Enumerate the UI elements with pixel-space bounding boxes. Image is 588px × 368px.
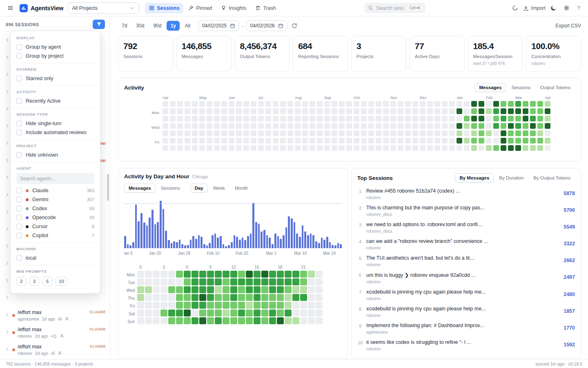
metric-tab-sessions[interactable]: Sessions (156, 184, 185, 193)
checkbox[interactable] (16, 53, 22, 59)
top-session-row[interactable]: 1Review #455 roborev 51b2a74 (codex) ...… (357, 186, 575, 202)
heatmap-cell (310, 138, 315, 144)
filter-option-group-by-agent[interactable]: Group by agent (16, 43, 94, 52)
checkbox[interactable] (16, 255, 22, 261)
nav-tab-insights[interactable]: Insights (217, 3, 250, 13)
top-session-row[interactable]: 4can we add a "roborev review branch" co… (357, 236, 575, 253)
checkbox[interactable] (16, 121, 22, 126)
heatmap-cell (243, 130, 249, 136)
top-sessions-tab-by-duration[interactable]: By Duration (494, 173, 528, 182)
heatmap-cell (405, 108, 411, 114)
filter-option-group-by-project[interactable]: Group by project (16, 52, 94, 61)
range-1y[interactable]: 1y (167, 21, 179, 31)
agent-filter-opencode[interactable]: Opencode28 (16, 213, 94, 222)
nav-tab-sessions[interactable]: Sessions (145, 3, 183, 13)
top-session-rank: 5 (357, 255, 363, 261)
app-logo: AgentsView (20, 4, 63, 12)
filter-option-recently-active[interactable]: Recently Active (16, 96, 94, 105)
checkbox[interactable] (16, 188, 22, 193)
chevron-right-icon (5, 192, 10, 198)
help-button[interactable]: ? (574, 5, 583, 11)
top-session-row[interactable]: 3we need to add options to .roborev.toml… (357, 219, 575, 236)
activity-tab-sessions[interactable]: Sessions (507, 83, 535, 92)
heatmap-cell (153, 286, 160, 293)
top-session-row[interactable]: 10it seems like codex is struggling to r… (357, 337, 575, 354)
hamburger-menu-button[interactable] (5, 3, 16, 13)
nav-tab-trash[interactable]: Trash (251, 3, 280, 13)
filter-option-local[interactable]: local (16, 254, 94, 263)
agent-filter-codex[interactable]: Codex59 (16, 204, 94, 213)
import-button[interactable]: Import (523, 5, 546, 11)
top-sessions-tab-by-messages[interactable]: By Messages (455, 173, 494, 182)
activity-tab-messages[interactable]: Messages (474, 83, 506, 92)
filter-option-hide-unknown[interactable]: Hide unknown (16, 150, 94, 159)
range-90d[interactable]: 90d (149, 21, 165, 31)
export-csv-button[interactable]: Export CSV (555, 23, 581, 29)
granularity-tab-month[interactable]: Month (230, 184, 252, 193)
range-all[interactable]: All (181, 21, 194, 31)
min-prompts-5[interactable]: 5 (42, 277, 52, 286)
filter-option-include-automated-reviews[interactable]: Include automated reviews (16, 128, 94, 137)
heatmap-cell (285, 310, 292, 316)
search-input[interactable]: Search sessions... Ctrl+K (364, 3, 425, 13)
checkbox[interactable] (16, 76, 22, 81)
hour-axis-label: 15 (254, 265, 259, 269)
agent-filter-cursor[interactable]: Cursor8 (16, 222, 94, 231)
range-7d[interactable]: 7d (118, 21, 131, 31)
session-list-item[interactable]: /effort maxroborev2d ago•5CLAUDE (0, 341, 110, 358)
date-from-input[interactable]: 04/02/2025 (198, 20, 239, 31)
min-prompts-10[interactable]: 10 (56, 277, 67, 286)
heatmap-cell (221, 101, 227, 107)
agent-filter-copilot[interactable]: Copilot7 (16, 231, 94, 240)
agent-search-input[interactable] (16, 173, 94, 184)
heatmap-cell (501, 108, 506, 114)
heatmap-cell (261, 294, 268, 301)
settings-button[interactable] (561, 3, 572, 13)
project-selector[interactable]: All Projects (67, 2, 139, 14)
min-prompts-3[interactable]: 3 (29, 277, 39, 286)
sync-status-button[interactable] (510, 3, 521, 13)
checkbox[interactable] (16, 215, 22, 220)
top-session-row[interactable]: 5The TUI aesthetics aren't bad, but let'… (357, 253, 575, 269)
sidebar-scrollbar[interactable] (107, 174, 109, 201)
session-list-item[interactable]: /effort maxroborev2d ago•11CLAUDE (0, 324, 110, 341)
checkbox[interactable] (16, 130, 22, 135)
session-project: roborev (18, 351, 32, 356)
granularity-tab-week[interactable]: Week (209, 184, 229, 193)
top-session-title: xcodebuild is pinning my cpu again pleas… (366, 289, 560, 295)
top-sessions-tab-by-output-tokens[interactable]: By Output Tokens (529, 173, 575, 182)
nav-tab-pinned[interactable]: Pinned (184, 3, 216, 13)
dark-mode-toggle[interactable] (548, 3, 559, 13)
agent-filter-claude[interactable]: Claude383 (16, 186, 94, 195)
top-session-row[interactable]: 8xcodebuild is pinning my cpu again plea… (357, 303, 575, 320)
heatmap-cell (199, 294, 206, 301)
filter-option-hide-single-turn[interactable]: Hide single-turn (16, 119, 94, 128)
top-session-row[interactable]: 7xcodebuild is pinning my cpu again plea… (357, 287, 575, 303)
insights-icon (221, 5, 226, 11)
min-prompts-2[interactable]: 2 (16, 277, 26, 286)
activity-tab-output-tokens[interactable]: Output Tokens (536, 83, 575, 92)
checkbox[interactable] (16, 224, 22, 229)
checkbox[interactable] (16, 233, 22, 238)
agent-filter-gemini[interactable]: Gemini307 (16, 195, 94, 204)
heatmap-cell (332, 145, 337, 151)
top-session-row[interactable]: 2This is charming but the main purpose o… (357, 202, 575, 219)
checkbox[interactable] (16, 206, 22, 211)
session-list-item[interactable]: /effort maxagentsview1d ago•5CLAUDE (0, 307, 110, 324)
top-session-row[interactable]: 9Implement the following plan: # Dashboa… (357, 320, 575, 337)
filter-option-starred-only[interactable]: Starred only (16, 74, 94, 83)
date-to-input[interactable]: 04/02/2026 (246, 20, 287, 31)
granularity-tab-day[interactable]: Day (190, 184, 208, 193)
heatmap-cell (376, 116, 381, 121)
filter-button[interactable] (93, 20, 105, 29)
metric-tab-messages[interactable]: Messages (124, 184, 156, 193)
session-age: 2d ago (35, 334, 48, 339)
refresh-button[interactable] (292, 23, 297, 29)
checkbox[interactable] (16, 98, 22, 104)
checkbox[interactable] (16, 197, 22, 202)
range-30d[interactable]: 30d (132, 21, 148, 31)
top-sessions-panel: Top Sessions By MessagesBy DurationBy Ou… (351, 168, 581, 358)
top-session-row[interactable]: 6um this is buggy ❯ roborev enqueue 92a0… (357, 269, 575, 287)
checkbox[interactable] (16, 152, 22, 158)
checkbox[interactable] (16, 44, 22, 50)
